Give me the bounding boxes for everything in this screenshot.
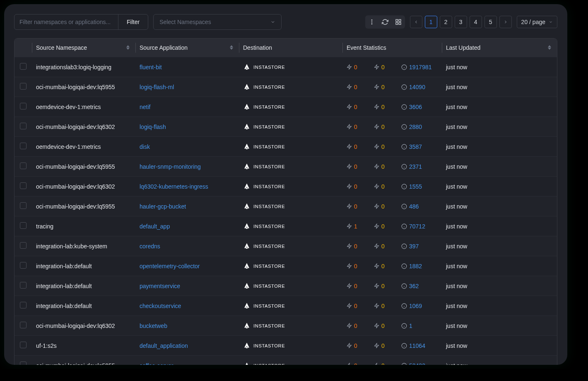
- svg-marker-68: [375, 303, 379, 308]
- app-window: Filter Select Namespaces 12345: [4, 4, 567, 365]
- stats-group: 001: [347, 323, 438, 329]
- svg-rect-3: [396, 19, 398, 22]
- row-checkbox[interactable]: [20, 222, 27, 229]
- stat-total[interactable]: 1: [401, 323, 418, 329]
- stats-group: 003587: [347, 143, 438, 150]
- cell-namespace: oci-mumbai-logiqai-dev:lq6302: [32, 117, 135, 137]
- row-checkbox[interactable]: [20, 83, 27, 90]
- cell-application-link[interactable]: hauler-gcp-bucket: [140, 203, 186, 210]
- row-checkbox[interactable]: [20, 103, 27, 109]
- stat-total[interactable]: 1555: [401, 183, 422, 190]
- row-checkbox[interactable]: [20, 202, 27, 209]
- destination-label: INSTASTORE: [253, 264, 285, 269]
- cell-application-link[interactable]: netif: [140, 104, 150, 110]
- cell-namespace: oci-mumbai-logiqai-dev:lq5955: [32, 77, 135, 97]
- cell-application-link[interactable]: hauler-snmp-monitoring: [140, 163, 201, 170]
- refresh-button[interactable]: [379, 16, 391, 28]
- row-checkbox[interactable]: [20, 342, 27, 348]
- stat-warnings: 0: [374, 342, 390, 349]
- cell-application-link[interactable]: lq6302-kubernetes-ingress: [140, 183, 208, 190]
- stat-total[interactable]: 1069: [401, 303, 422, 309]
- bolt-icon: [347, 104, 352, 109]
- page-button-2[interactable]: 2: [440, 16, 452, 28]
- destination-label: INSTASTORE: [253, 164, 285, 169]
- cell-application-link[interactable]: bucketweb: [140, 323, 167, 329]
- page-prev-button[interactable]: [410, 16, 422, 28]
- cell-application-link[interactable]: coredns: [140, 243, 160, 250]
- stats-group: 0052422: [347, 362, 438, 365]
- stat-total[interactable]: 1882: [401, 263, 422, 269]
- table-header-row: Source Namespace Source Application: [14, 39, 557, 57]
- table-row: oci-mumbai-logiqai-dev:lq6302logiq-flash…: [14, 117, 557, 137]
- row-checkbox[interactable]: [20, 262, 27, 269]
- page-button-3[interactable]: 3: [455, 16, 467, 28]
- bolt-icon: [374, 184, 379, 189]
- col-updated[interactable]: Last Updated: [442, 39, 557, 57]
- table-row: integration-lab:kube-systemcorednsINSTAS…: [14, 236, 557, 256]
- col-application[interactable]: Source Application: [135, 39, 239, 57]
- table-row: uf-1:s2sdefault_applicationINSTASTORE001…: [14, 336, 557, 356]
- cell-application-link[interactable]: checkoutservice: [140, 303, 181, 309]
- info-icon: [401, 64, 407, 70]
- row-checkbox[interactable]: [20, 302, 27, 308]
- stat-total[interactable]: 70712: [401, 223, 425, 230]
- instastore-logo-icon: [243, 282, 251, 290]
- cell-application-link[interactable]: coffee-server: [140, 362, 173, 365]
- stat-total[interactable]: 3587: [401, 143, 422, 150]
- row-checkbox[interactable]: [20, 143, 27, 149]
- filter-input[interactable]: [14, 15, 118, 29]
- page-button-4[interactable]: 4: [470, 16, 482, 28]
- grid-view-button[interactable]: [393, 16, 404, 28]
- svg-marker-58: [375, 264, 379, 268]
- filter-button[interactable]: Filter: [118, 15, 148, 29]
- page-button-1[interactable]: 1: [425, 16, 437, 28]
- row-checkbox[interactable]: [20, 362, 27, 365]
- destination-badge: INSTASTORE: [243, 183, 338, 190]
- svg-marker-42: [347, 204, 352, 209]
- stat-total[interactable]: 2880: [401, 124, 422, 130]
- bolt-icon: [347, 243, 352, 249]
- col-namespace[interactable]: Source Namespace: [32, 39, 135, 57]
- stat-warnings: 0: [374, 84, 390, 90]
- cell-updated: just now: [442, 216, 557, 236]
- stat-total[interactable]: 14090: [401, 84, 425, 90]
- destination-label: INSTASTORE: [253, 224, 285, 229]
- cell-namespace: oemdevice-dev-1:metrics: [32, 137, 135, 157]
- stat-total[interactable]: 3606: [401, 104, 422, 110]
- cell-namespace: oci-mumbai-logiqai-dev:lq5955: [32, 356, 135, 365]
- row-checkbox[interactable]: [20, 63, 27, 70]
- stat-total[interactable]: 486: [401, 203, 419, 210]
- stat-total[interactable]: 1917981: [401, 64, 432, 70]
- more-options-button[interactable]: [366, 16, 378, 28]
- stat-total[interactable]: 11064: [401, 342, 425, 349]
- stat-warnings: 0: [374, 243, 390, 250]
- page-next-button[interactable]: [499, 16, 512, 28]
- stat-total[interactable]: 2371: [401, 163, 422, 170]
- cell-application-link[interactable]: logiq-flash: [140, 124, 166, 130]
- page-button-5[interactable]: 5: [484, 16, 497, 28]
- row-checkbox[interactable]: [20, 282, 27, 289]
- cell-application-link[interactable]: opentelemetry-collector: [140, 263, 200, 269]
- cell-application-link[interactable]: disk: [140, 143, 150, 150]
- namespace-select[interactable]: Select Namespaces: [153, 14, 282, 30]
- row-checkbox[interactable]: [20, 242, 27, 249]
- stat-total[interactable]: 362: [401, 283, 419, 289]
- svg-marker-48: [375, 224, 379, 228]
- stat-total[interactable]: 52422: [401, 362, 425, 365]
- bolt-icon: [374, 263, 379, 269]
- page-size-select[interactable]: 20 / page: [517, 16, 557, 28]
- instastore-logo-icon: [243, 163, 251, 170]
- cell-application-link[interactable]: default_application: [140, 342, 188, 349]
- svg-rect-5: [399, 22, 401, 24]
- row-checkbox[interactable]: [20, 182, 27, 189]
- info-icon: [401, 243, 407, 249]
- stat-total[interactable]: 397: [401, 243, 419, 250]
- row-checkbox[interactable]: [20, 123, 27, 129]
- stat-errors: 0: [347, 124, 363, 130]
- cell-application-link[interactable]: fluent-bit: [140, 64, 162, 70]
- cell-application-link[interactable]: paymentservice: [140, 283, 180, 289]
- cell-application-link[interactable]: default_app: [140, 223, 170, 230]
- row-checkbox[interactable]: [20, 163, 27, 169]
- row-checkbox[interactable]: [20, 322, 27, 328]
- cell-application-link[interactable]: logiq-flash-ml: [140, 84, 174, 90]
